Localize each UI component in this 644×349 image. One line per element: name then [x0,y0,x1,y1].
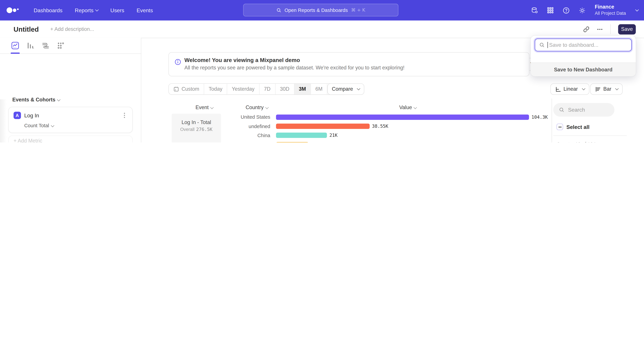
range-button-3m[interactable]: 3M [294,84,310,94]
bar-zone: 38.55K [276,124,388,129]
chevron-down-icon [51,124,54,127]
project-name: Finance [595,4,626,10]
bar[interactable] [276,124,370,129]
legend-search-placeholder: Search [568,107,585,113]
text-caret [548,42,548,48]
tab-flows[interactable] [41,40,50,51]
bar-value-label: 21K [330,133,338,138]
bar-value-label: 104.3K [532,114,548,120]
tab-funnels[interactable] [26,40,35,51]
save-dashboard-placeholder: Save to dashboard... [549,42,598,48]
legend-search-input[interactable]: Search [553,103,614,117]
save-to-new-dashboard-button[interactable]: Save to New Dashboard [531,62,636,76]
top-nav: DashboardsReportsUsersEvents Open Report… [0,0,644,20]
range-button-7d[interactable]: 7D [259,84,275,94]
chart-row-japan: Japan13.34K [168,140,552,142]
demo-banner: Welcome! You are viewing a Mixpanel demo… [168,52,530,76]
range-button-custom[interactable]: Custom [169,84,204,94]
bar-zone: 13.34K [276,142,327,142]
metric-aggregation[interactable]: Count Total [24,123,54,128]
metric-event-name[interactable]: Log In [24,112,39,119]
report-header: Untitled + Add description... Save [0,20,644,38]
bar-category-label[interactable]: United States [168,114,270,120]
global-search-shortcut: ⌘ + K [351,7,365,13]
tab-insights[interactable] [11,40,20,51]
bar[interactable] [276,133,327,138]
bar-category-label[interactable]: China [168,133,270,138]
data-management-icon[interactable] [531,7,538,14]
divider [610,24,611,34]
apps-grid-icon[interactable] [547,7,554,13]
chevron-down-icon [635,8,639,11]
chart-type-button[interactable]: Bar [590,83,623,95]
report-title[interactable]: Untitled [14,25,39,33]
chevron-down-icon [357,87,360,90]
global-search-placeholder: Open Reports & Dashboards [284,7,348,13]
range-button-today[interactable]: Today [204,84,227,94]
copy-link-icon[interactable] [583,26,590,32]
save-to-dashboard-popover: Save to dashboard... Save to New Dashboa… [531,36,636,76]
events-cohorts-header[interactable]: Events & Cohorts [12,97,60,103]
chevron-down-icon [615,87,619,90]
bar-chart: United States104.3Kundefined38.55KChina2… [168,112,552,142]
query-builder-sidebar: Events & Cohorts A Log In Count Total + … [0,38,141,142]
bar-chart-icon [595,86,601,92]
chevron-down-icon [57,98,60,101]
mixpanel-logo-icon[interactable] [6,5,20,15]
nav-item-reports[interactable]: Reports [75,7,98,13]
global-search-button[interactable]: Open Reports & Dashboards ⌘ + K [243,4,398,16]
bar-zone: 104.3K [276,114,548,120]
range-button-yesterday[interactable]: Yesterday [227,84,259,94]
bar-zone: 21K [276,133,338,138]
mixpanel-insights-app: DashboardsReportsUsersEvents Open Report… [0,0,644,142]
bar-value-label: 13.34K [311,142,327,142]
linear-axis-icon [555,86,561,92]
chevron-down-icon [582,87,585,90]
legend-panel: Search Select all Country 12 of 184 Unit… [552,99,644,142]
divider [553,135,627,136]
compare-button[interactable]: Compare [327,83,364,95]
select-all-row[interactable]: Select all [556,124,590,130]
search-icon [276,7,281,12]
nav-item-events[interactable]: Events [137,7,153,13]
country-count-label: Country 12 of 184 [556,141,596,142]
range-button-30d[interactable]: 30D [275,84,294,94]
search-icon [539,42,545,48]
bar-value-label: 38.55K [372,124,388,129]
value-column-header[interactable]: Value [399,105,416,110]
info-icon [174,59,181,65]
save-dashboard-search-input[interactable]: Save to dashboard... [535,38,632,51]
more-options-icon[interactable] [597,26,603,32]
banner-subtitle: All the reports you see are powered by a… [184,65,404,70]
range-button-6m[interactable]: 6M [310,84,327,94]
add-metric-button[interactable]: + Add Metric [8,135,133,142]
metric-card[interactable]: A Log In Count Total [8,107,133,133]
bar-category-label[interactable]: Japan [168,142,270,142]
country-column-header[interactable]: Country [246,105,268,110]
nav-right-cluster: Finance All Project Data [531,0,638,20]
help-icon[interactable] [563,7,570,14]
add-description-button[interactable]: + Add description... [50,26,94,32]
settings-gear-icon[interactable] [579,7,586,14]
project-switcher[interactable]: Finance All Project Data [595,4,626,16]
bar-category-label[interactable]: undefined [168,123,270,129]
chart-row-undefined: undefined38.55K [168,122,552,131]
scale-selector-button[interactable]: Linear [550,83,589,95]
nav-item-users[interactable]: Users [110,7,124,13]
tab-retention[interactable] [56,40,66,51]
chevron-down-icon [95,8,98,11]
series-letter-badge: A [14,112,21,119]
project-subtitle: All Project Data [595,11,626,16]
nav-items: DashboardsReportsUsersEvents [34,7,153,13]
chart-row-united-states: United States104.3K [168,112,552,122]
banner-title: Welcome! You are viewing a Mixpanel demo [184,57,300,63]
search-icon [559,107,564,112]
event-column-header[interactable]: Event [196,105,213,110]
date-range-toolbar: CustomTodayYesterday7D30D3M6M12M [168,83,347,95]
bar[interactable] [276,142,308,142]
save-button[interactable]: Save [618,24,636,34]
bar[interactable] [276,114,529,120]
metric-kebab-icon[interactable] [122,112,127,119]
nav-item-dashboards[interactable]: Dashboards [34,7,62,13]
select-all-checkbox[interactable] [556,124,563,130]
